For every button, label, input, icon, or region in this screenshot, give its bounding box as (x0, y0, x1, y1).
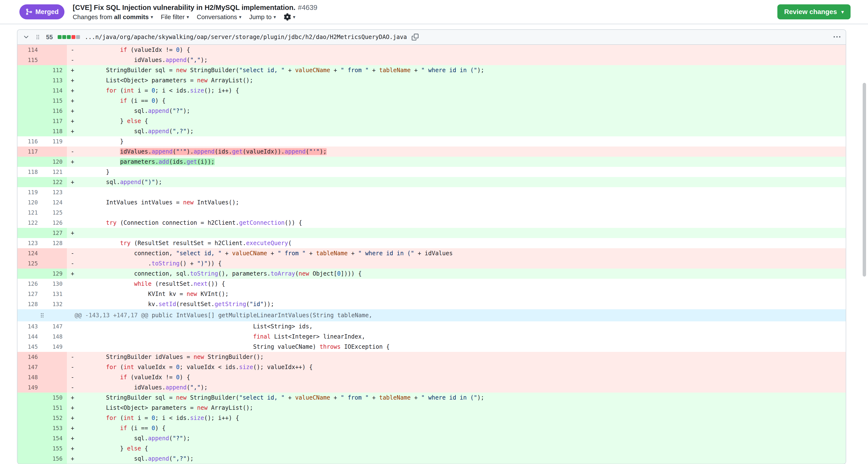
old-line-number[interactable]: 119 (18, 187, 42, 197)
new-line-number[interactable]: 155 (42, 443, 67, 454)
new-line-number[interactable] (42, 362, 67, 372)
new-line-number[interactable] (42, 45, 67, 55)
new-line-number[interactable]: 119 (42, 136, 67, 146)
diff-sign: + (67, 443, 78, 454)
new-line-number[interactable] (42, 372, 67, 383)
old-line-number[interactable]: 125 (18, 258, 42, 269)
old-line-number[interactable] (18, 454, 42, 464)
old-line-number[interactable] (18, 75, 42, 86)
new-line-number[interactable] (42, 248, 67, 258)
new-line-number[interactable]: 123 (42, 187, 67, 197)
old-line-number[interactable]: 114 (18, 45, 42, 55)
diff-sign: + (67, 393, 78, 403)
old-line-number[interactable]: 124 (18, 248, 42, 258)
old-line-number[interactable]: 128 (18, 299, 42, 309)
old-line-number[interactable] (18, 413, 42, 423)
new-line-number[interactable]: 114 (42, 86, 67, 96)
old-line-number[interactable] (18, 86, 42, 96)
old-line-number[interactable] (18, 228, 42, 238)
old-line-number[interactable]: 118 (18, 167, 42, 177)
old-line-number[interactable] (18, 65, 42, 75)
new-line-number[interactable]: 150 (42, 393, 67, 403)
old-line-number[interactable] (18, 423, 42, 433)
old-line-number[interactable]: 121 (18, 207, 42, 218)
new-line-number[interactable]: 112 (42, 65, 67, 75)
new-line-number[interactable]: 113 (42, 75, 67, 86)
new-line-number[interactable]: 151 (42, 403, 67, 413)
old-line-number[interactable]: 145 (18, 342, 42, 352)
old-line-number[interactable]: 143 (18, 321, 42, 332)
changes-from-menu[interactable]: Changes from all commits ▾ (73, 13, 153, 21)
new-line-number[interactable]: 131 (42, 289, 67, 299)
code-line: sql.append(",?"); (78, 454, 846, 464)
old-line-number[interactable] (18, 106, 42, 116)
new-line-number[interactable]: 127 (42, 228, 67, 238)
changes-from-selection: all commits (114, 13, 149, 21)
old-line-number[interactable]: 116 (18, 136, 42, 146)
new-line-number[interactable]: 118 (42, 126, 67, 136)
new-line-number[interactable]: 126 (42, 218, 67, 228)
new-line-number[interactable]: 147 (42, 321, 67, 332)
old-line-number[interactable]: 146 (18, 352, 42, 362)
diff-sign: - (67, 372, 78, 383)
new-line-number[interactable] (42, 55, 67, 65)
new-line-number[interactable]: 120 (42, 157, 67, 167)
review-changes-button[interactable]: Review changes ▾ (777, 4, 850, 20)
new-line-number[interactable]: 132 (42, 299, 67, 309)
old-line-number[interactable]: 144 (18, 332, 42, 342)
old-line-number[interactable]: 127 (18, 289, 42, 299)
new-line-number[interactable]: 152 (42, 413, 67, 423)
new-line-number[interactable]: 115 (42, 96, 67, 106)
old-line-number[interactable] (18, 403, 42, 413)
new-line-number[interactable]: 128 (42, 238, 67, 248)
file-filter-menu[interactable]: File filter ▾ (161, 13, 189, 21)
new-line-number[interactable] (42, 352, 67, 362)
old-line-number[interactable]: 147 (18, 362, 42, 372)
new-line-number[interactable]: 154 (42, 433, 67, 443)
diff-sign (67, 342, 78, 352)
conversations-menu[interactable]: Conversations ▾ (197, 13, 241, 21)
diff-settings-menu[interactable]: ▾ (284, 13, 296, 21)
jump-to-menu[interactable]: Jump to ▾ (249, 13, 276, 21)
old-line-number[interactable]: 148 (18, 372, 42, 383)
new-line-number[interactable]: 124 (42, 197, 67, 207)
old-line-number[interactable] (18, 126, 42, 136)
new-line-number[interactable]: 117 (42, 116, 67, 126)
new-line-number[interactable]: 129 (42, 269, 67, 279)
new-line-number[interactable]: 125 (42, 207, 67, 218)
old-line-number[interactable]: 122 (18, 218, 42, 228)
new-line-number[interactable] (42, 258, 67, 269)
old-line-number[interactable]: 123 (18, 238, 42, 248)
old-line-number[interactable] (18, 433, 42, 443)
file-drag-handle[interactable] (34, 34, 41, 40)
scrollbar-thumb[interactable] (863, 83, 866, 276)
diff-row: 122126 try (Connection connection = h2Cl… (18, 218, 846, 228)
new-line-number[interactable]: 116 (42, 106, 67, 116)
collapse-file-button[interactable] (23, 34, 30, 40)
old-line-number[interactable] (18, 393, 42, 403)
old-line-number[interactable] (18, 96, 42, 106)
old-line-number[interactable] (18, 116, 42, 126)
new-line-number[interactable]: 130 (42, 279, 67, 289)
old-line-number[interactable]: 126 (18, 279, 42, 289)
old-line-number[interactable] (18, 177, 42, 187)
new-line-number[interactable]: 122 (42, 177, 67, 187)
new-line-number[interactable]: 148 (42, 332, 67, 342)
new-line-number[interactable] (42, 146, 67, 157)
hunk-drag-handle[interactable] (18, 309, 67, 321)
new-line-number[interactable] (42, 383, 67, 393)
old-line-number[interactable]: 120 (18, 197, 42, 207)
new-line-number[interactable]: 153 (42, 423, 67, 433)
diff-sign (67, 238, 78, 248)
copy-path-button[interactable] (412, 34, 418, 40)
old-line-number[interactable]: 117 (18, 146, 42, 157)
old-line-number[interactable] (18, 269, 42, 279)
old-line-number[interactable]: 115 (18, 55, 42, 65)
file-options-button[interactable] (834, 34, 840, 40)
old-line-number[interactable] (18, 157, 42, 167)
new-line-number[interactable]: 149 (42, 342, 67, 352)
new-line-number[interactable]: 156 (42, 454, 67, 464)
old-line-number[interactable]: 149 (18, 383, 42, 393)
new-line-number[interactable]: 121 (42, 167, 67, 177)
old-line-number[interactable] (18, 443, 42, 454)
